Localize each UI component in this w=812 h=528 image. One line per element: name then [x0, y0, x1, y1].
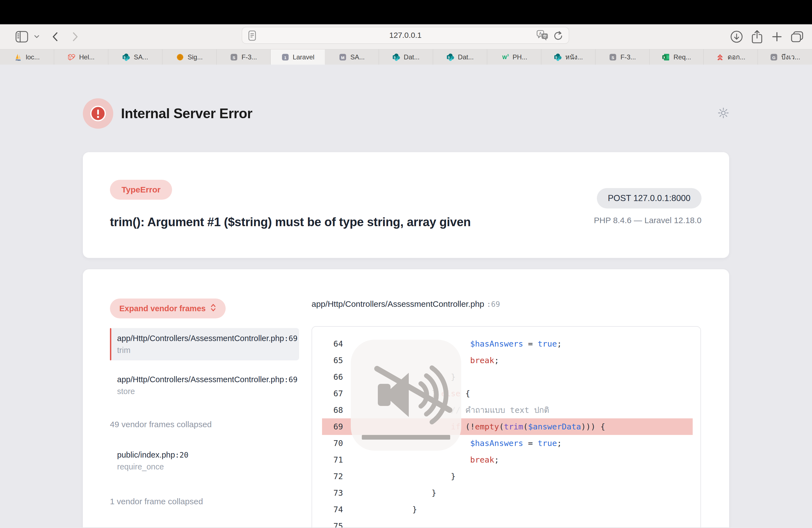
- stack-frame-item[interactable]: app/Http/Controllers/AssessmentControlle…: [110, 369, 299, 401]
- svg-text:S: S: [394, 56, 395, 59]
- code-line: 72 }: [322, 468, 693, 485]
- expand-chevrons-icon: [210, 303, 216, 314]
- frame-function: require_once: [117, 462, 292, 471]
- alert-icon: [83, 98, 113, 129]
- browser-tab[interactable]: S Dat...: [379, 49, 433, 64]
- code-line: 73 }: [322, 485, 693, 501]
- error-summary-card: TypeError trim(): Argument #1 ($string) …: [83, 152, 729, 258]
- page-header: Internal Server Error: [83, 98, 729, 129]
- svg-text:S: S: [448, 56, 450, 59]
- pma-favicon-icon: PMA: [14, 53, 23, 61]
- browser-tab[interactable]: PMA loc...: [0, 49, 54, 64]
- browser-tab[interactable]: S Dat...: [433, 49, 487, 64]
- sharepoint-favicon-icon: S: [446, 53, 454, 61]
- frame-path: app/Http/Controllers/AssessmentControlle…: [117, 334, 292, 343]
- frame-function: store: [117, 386, 292, 396]
- svg-text:3: 3: [507, 54, 509, 57]
- code-line-ref: :69: [487, 300, 500, 308]
- sharepoint-favicon-icon: S: [554, 53, 562, 61]
- gray-m-favicon-icon: M: [338, 53, 347, 61]
- orange-ball-favicon-icon: [176, 53, 184, 61]
- code-line: 74 }: [322, 501, 693, 518]
- gray-s-favicon-icon: S: [230, 53, 238, 61]
- speaker-muted-icon: [351, 340, 461, 451]
- svg-text:S: S: [611, 55, 614, 60]
- error-message: trim(): Argument #1 ($string) must be of…: [110, 215, 470, 229]
- reload-icon[interactable]: [553, 30, 563, 42]
- browser-tab[interactable]: S F-3...: [595, 49, 650, 64]
- macos-volume-mute-hud: [351, 340, 461, 451]
- laravel-favicon-icon: [68, 53, 76, 61]
- stack-frame-item[interactable]: app/Http/Controllers/AssessmentControlle…: [110, 328, 299, 361]
- red-chevrons-favicon-icon: [716, 53, 724, 61]
- url-text: 127.0.0.1: [242, 31, 569, 40]
- sharepoint-favicon-icon: S: [122, 53, 130, 61]
- browser-tab[interactable]: 1 Laravel: [271, 49, 325, 64]
- runtime-versions: PHP 8.4.6 — Laravel 12.18.0: [594, 216, 701, 225]
- browser-tab[interactable]: X Req...: [650, 49, 704, 64]
- tab-strip: PMA loc... Hel... S SA... Sig... S F-3..…: [0, 49, 812, 64]
- browser-tab[interactable]: Sig...: [162, 49, 217, 64]
- browser-tab[interactable]: Hel...: [54, 49, 108, 64]
- request-method-badge: POST 127.0.0.1:8000: [597, 188, 701, 208]
- svg-text:W: W: [502, 55, 507, 60]
- download-icon[interactable]: [730, 30, 743, 43]
- collapsed-frames-label[interactable]: 49 vendor frames collapsed: [110, 419, 299, 430]
- share-icon[interactable]: [751, 30, 764, 44]
- stack-frame-item[interactable]: public/index.php:20require_once: [110, 444, 299, 477]
- browser-tab[interactable]: S F-3...: [217, 49, 271, 64]
- excel-favicon-icon: X: [662, 53, 670, 61]
- page-title: Internal Server Error: [121, 105, 252, 121]
- frames-list: app/Http/Controllers/AssessmentControlle…: [110, 328, 299, 507]
- sidebar-toggle-icon[interactable]: [15, 31, 28, 43]
- svg-text:M: M: [341, 55, 345, 60]
- browser-tab[interactable]: S SA...: [108, 49, 162, 64]
- address-bar[interactable]: 127.0.0.1 A: [242, 27, 569, 44]
- trace-column: Expand vendor frames app/Http/Controller…: [110, 298, 299, 527]
- plus-icon[interactable]: [771, 31, 783, 43]
- svg-text:G: G: [772, 55, 775, 60]
- gray-g-favicon-icon: G: [770, 53, 778, 61]
- code-file-header: app/Http/Controllers/AssessmentControlle…: [311, 298, 701, 310]
- browser-tab[interactable]: M SA...: [325, 49, 379, 64]
- tab-overview-icon[interactable]: [791, 31, 804, 43]
- code-line: 75: [322, 518, 693, 527]
- svg-text:S: S: [233, 55, 235, 60]
- page-body: Internal Server Error TypeError trim(): …: [0, 64, 812, 528]
- svg-text:S: S: [555, 56, 557, 59]
- collapsed-frames-label[interactable]: 1 vendor frame collapsed: [110, 496, 299, 507]
- gray-s-favicon-icon: S: [609, 53, 617, 61]
- frame-path: public/index.php:20: [117, 450, 292, 460]
- svg-text:A: A: [539, 31, 541, 35]
- svg-text:PMA: PMA: [16, 59, 21, 61]
- svg-text:S: S: [124, 56, 126, 59]
- frame-path: app/Http/Controllers/AssessmentControlle…: [117, 375, 292, 384]
- svg-text:X: X: [663, 56, 666, 59]
- translate-icon[interactable]: A: [537, 30, 548, 42]
- back-icon[interactable]: [52, 32, 58, 41]
- exception-type-badge: TypeError: [110, 180, 172, 200]
- svg-text:1: 1: [284, 55, 286, 60]
- forward-icon[interactable]: [72, 32, 78, 41]
- w3-favicon-icon: W3: [501, 53, 509, 61]
- browser-tab[interactable]: G บึงเว...: [758, 49, 812, 64]
- browser-tab[interactable]: ดอก...: [704, 49, 758, 64]
- browser-tab[interactable]: S หนัง...: [541, 49, 595, 64]
- expand-vendor-frames-button[interactable]: Expand vendor frames: [110, 298, 226, 318]
- top-black-bar: [0, 0, 812, 24]
- sun-icon[interactable]: [717, 107, 729, 120]
- volume-level-bar: [362, 435, 450, 440]
- browser-toolbar: 127.0.0.1 A: [0, 24, 812, 49]
- sharepoint-favicon-icon: S: [392, 53, 401, 61]
- code-line: 71 break;: [322, 452, 693, 468]
- browser-tab[interactable]: W3 PH...: [487, 49, 541, 64]
- frame-function: trim: [117, 346, 292, 355]
- chevron-down-icon[interactable]: [34, 35, 39, 39]
- gray-1-favicon-icon: 1: [281, 53, 289, 61]
